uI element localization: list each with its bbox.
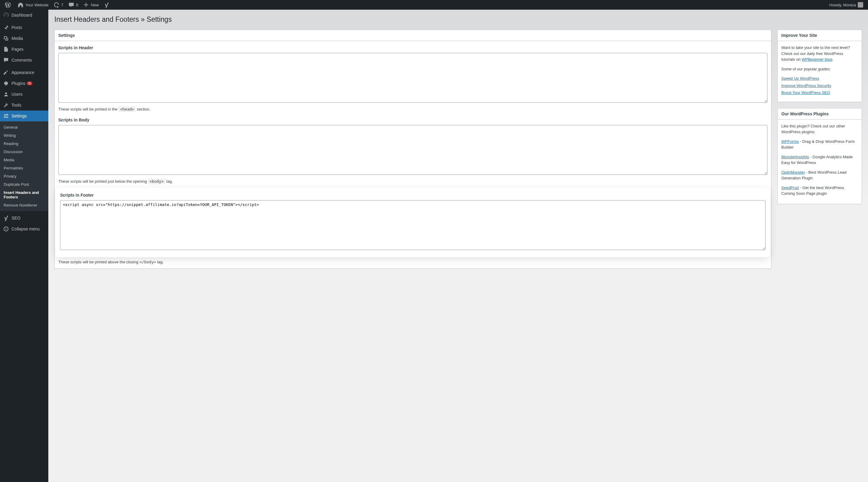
home-icon — [18, 2, 24, 8]
wpbeginner-link[interactable]: WPBeginner blog — [802, 57, 832, 62]
improve-box: Improve Your Site Want to take your site… — [777, 30, 862, 102]
user-avatar — [858, 2, 863, 7]
comment-icon — [68, 2, 74, 8]
plugin-wpforms: WPForms - Drag & Drop WordPress Form Bui… — [781, 139, 858, 151]
submenu-duplicate-post[interactable]: Duplicate Post — [0, 180, 48, 188]
settings-box: Settings Scripts in Header These scripts… — [54, 30, 771, 269]
submenu-discussion[interactable]: Discussion — [0, 148, 48, 156]
svg-rect-3 — [4, 116, 7, 116]
updates-count: 7 — [61, 3, 63, 7]
updates-link[interactable]: 7 — [51, 0, 66, 10]
new-label: New — [91, 3, 99, 7]
field-header: Scripts in Header These scripts will be … — [58, 45, 768, 112]
plugins-heading: Our WordPress Plugins — [778, 108, 862, 120]
footer-label: Scripts in Footer — [60, 192, 766, 198]
sidebar-item-seo[interactable]: SEO — [0, 213, 48, 223]
sidebar-item-settings[interactable]: Settings — [0, 110, 48, 121]
pin-icon — [3, 25, 9, 31]
updates-icon — [54, 2, 60, 8]
submenu-reading[interactable]: Reading — [0, 139, 48, 148]
comments-link[interactable]: 0 — [66, 0, 81, 10]
field-footer: Scripts in Footer — [60, 192, 766, 252]
submenu-media[interactable]: Media — [0, 156, 48, 164]
collapse-icon — [3, 226, 9, 232]
dashboard-icon — [3, 12, 9, 18]
wordpress-logo[interactable] — [2, 0, 15, 10]
footer-desc: These scripts will be printed above the … — [58, 259, 768, 265]
yoast-icon — [103, 2, 110, 8]
plugin-monsterinsights: MonsterInsights - Google Analytics Made … — [781, 154, 858, 166]
media-icon — [3, 35, 9, 41]
tools-icon — [3, 102, 9, 108]
plugin-seedprod: SeedProd - Get the best WordPress Coming… — [781, 185, 858, 197]
submenu-privacy[interactable]: Privacy — [0, 172, 48, 180]
sidebar-item-media[interactable]: Media — [0, 33, 48, 44]
submenu-general[interactable]: General — [0, 123, 48, 131]
sidebar-item-dashboard[interactable]: Dashboard — [0, 10, 48, 21]
submenu-permalinks[interactable]: Permalinks — [0, 164, 48, 172]
submenu-writing[interactable]: Writing — [0, 131, 48, 139]
settings-icon — [3, 113, 9, 119]
guide-link-seo[interactable]: Boost Your WordPress SEO — [781, 90, 830, 95]
main-content: Insert Headers and Footers » Settings Se… — [48, 10, 868, 482]
plugin-link-monsterinsights[interactable]: MonsterInsights — [781, 155, 809, 159]
field-body: Scripts in Body These scripts will be pr… — [58, 117, 768, 184]
improve-intro: Want to take your site to the next level… — [781, 45, 858, 63]
plugins-box: Our WordPress Plugins Like this plugin? … — [777, 108, 862, 204]
comments-icon — [3, 57, 9, 63]
howdy-text: Howdy, Monica — [829, 3, 856, 7]
svg-rect-2 — [5, 114, 8, 115]
sidebar-item-appearance[interactable]: Appearance — [0, 67, 48, 78]
submenu-insert-headers-footers[interactable]: Insert Headers and Footers — [0, 188, 48, 201]
svg-point-0 — [5, 92, 7, 94]
popular-guides-label: Some of our popular guides: — [781, 66, 858, 72]
sidebar-item-tools[interactable]: Tools — [0, 100, 48, 110]
sidebar-item-pages[interactable]: Pages — [0, 44, 48, 55]
page-icon — [3, 46, 9, 52]
admin-sidebar: Dashboard Posts Media Pages Comments App… — [0, 10, 48, 482]
improve-heading: Improve Your Site — [778, 30, 862, 41]
field-footer-highlight: Scripts in Footer — [57, 189, 769, 256]
plugin-link-optinmonster[interactable]: OptinMonster — [781, 170, 805, 174]
page-title: Insert Headers and Footers » Settings — [54, 13, 862, 30]
new-link[interactable]: New — [81, 0, 101, 10]
plugin-link-seedprod[interactable]: SeedProd — [781, 186, 799, 190]
svg-rect-5 — [4, 117, 5, 118]
body-textarea[interactable] — [58, 125, 768, 175]
body-desc: These scripts will be printed just below… — [58, 179, 768, 185]
site-name: Your Website — [25, 3, 49, 7]
sidebar-item-users[interactable]: Users — [0, 89, 48, 100]
body-label: Scripts in Body — [58, 117, 768, 123]
header-label: Scripts in Header — [58, 45, 768, 51]
svg-rect-1 — [4, 114, 5, 115]
svg-rect-4 — [7, 116, 8, 116]
plugin-link-wpforms[interactable]: WPForms — [781, 139, 799, 144]
plus-icon — [83, 2, 89, 8]
guide-link-security[interactable]: Improve WordPress Security — [781, 83, 831, 88]
submenu-remove-noreferrer[interactable]: Remove Noreferrer — [0, 201, 48, 209]
svg-rect-6 — [6, 117, 8, 118]
header-desc: These scripts will be printed in the <he… — [58, 106, 768, 113]
seo-icon — [3, 215, 9, 221]
howdy-link[interactable]: Howdy, Monica — [827, 0, 866, 10]
guide-link-speed[interactable]: Speed Up WordPress — [781, 76, 819, 81]
yoast-link[interactable] — [101, 0, 114, 10]
appearance-icon — [3, 69, 9, 75]
plugins-badge: 5 — [27, 82, 32, 85]
sidebar-item-comments[interactable]: Comments — [0, 55, 48, 66]
users-icon — [3, 91, 9, 97]
settings-submenu: General Writing Reading Discussion Media… — [0, 121, 48, 211]
header-textarea[interactable] — [58, 53, 768, 103]
settings-heading: Settings — [55, 30, 771, 41]
sidebar-item-collapse[interactable]: Collapse menu — [0, 223, 48, 234]
sidebar-item-plugins[interactable]: Plugins 5 — [0, 78, 48, 89]
sidebar-item-posts[interactable]: Posts — [0, 22, 48, 33]
comments-count: 0 — [76, 3, 78, 7]
plugins-intro: Like this plugin? Check out our other Wo… — [781, 123, 858, 135]
plugin-icon — [3, 80, 9, 86]
wordpress-icon — [5, 2, 11, 8]
admin-bar: Your Website 7 0 New Howdy, Monica — [0, 0, 868, 10]
footer-textarea[interactable] — [60, 200, 766, 250]
site-name-link[interactable]: Your Website — [15, 0, 51, 10]
plugin-optinmonster: OptinMonster - Best WordPress Lead Gener… — [781, 169, 858, 181]
